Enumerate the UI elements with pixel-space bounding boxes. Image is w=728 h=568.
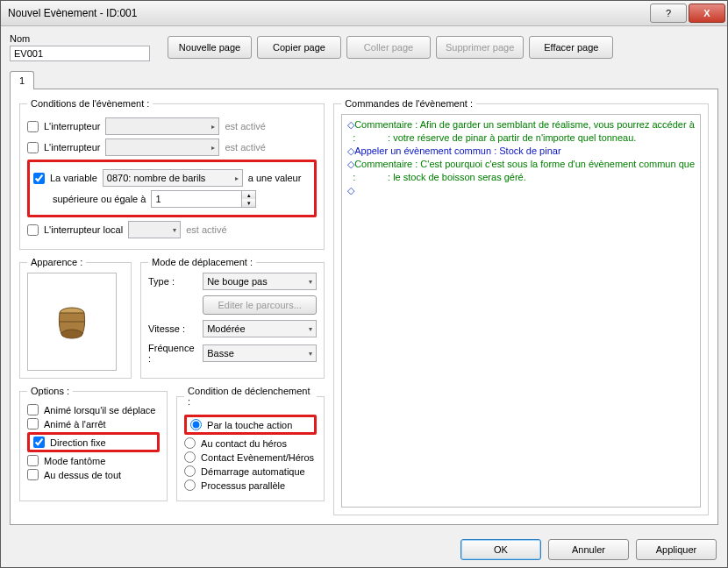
opt-dir-fix[interactable] bbox=[33, 437, 45, 448]
opt-move-anim[interactable] bbox=[27, 404, 39, 415]
chevron-down-icon: ▸ bbox=[211, 144, 215, 152]
variable-op-label: supérieure ou égale à bbox=[53, 194, 146, 204]
page-tabs: 1 bbox=[10, 70, 718, 89]
switch1-suffix: est activé bbox=[225, 121, 265, 131]
appearance-group: Apparence : bbox=[19, 257, 132, 379]
command-list[interactable]: ◇Commentaire : Afin de garder un semblan… bbox=[341, 114, 701, 508]
trigger-action[interactable] bbox=[190, 419, 202, 430]
switch1-label: L'interrupteur bbox=[44, 121, 100, 131]
svg-point-1 bbox=[61, 330, 82, 338]
appearance-legend: Apparence : bbox=[27, 257, 86, 267]
ok-button[interactable]: OK bbox=[460, 539, 541, 560]
opt-on-top[interactable] bbox=[27, 469, 39, 480]
chevron-down-icon: ▾ bbox=[309, 350, 312, 358]
spin-up-icon[interactable]: ▴ bbox=[241, 191, 255, 199]
opt-through[interactable] bbox=[27, 455, 39, 466]
switch2-label: L'interrupteur bbox=[44, 142, 100, 153]
variable-suffix: a une valeur bbox=[248, 173, 302, 183]
spin-down-icon[interactable]: ▾ bbox=[241, 199, 255, 207]
trigger-group: Condition de déclenchement : Par la touc… bbox=[176, 386, 325, 501]
variable-value-input[interactable] bbox=[152, 191, 241, 207]
variable-combo[interactable]: 0870: nombre de barils▸ bbox=[103, 169, 243, 187]
options-legend: Options : bbox=[27, 386, 73, 396]
titlebar: Nouvel Evènement - ID:001 ? X bbox=[1, 1, 727, 26]
graphic-picker[interactable] bbox=[27, 273, 117, 371]
chevron-down-icon: ▾ bbox=[309, 325, 312, 333]
variable-checkbox[interactable] bbox=[33, 173, 45, 184]
chevron-down-icon: ▾ bbox=[309, 278, 312, 286]
move-freq-label: Fréquence : bbox=[148, 343, 196, 364]
selfswitch-label: L'interrupteur local bbox=[44, 224, 123, 235]
name-input[interactable] bbox=[10, 46, 150, 61]
copy-page-button[interactable]: Copier page bbox=[257, 36, 341, 59]
opt-stop-anim[interactable] bbox=[27, 418, 39, 430]
variable-label: La variable bbox=[50, 173, 97, 183]
variable-value-spinner[interactable]: ▴▾ bbox=[151, 190, 256, 208]
move-type-combo[interactable]: Ne bouge pas▾ bbox=[203, 273, 317, 290]
chevron-down-icon: ▸ bbox=[235, 174, 239, 182]
trigger-parallel[interactable] bbox=[184, 479, 196, 491]
move-speed-label: Vitesse : bbox=[148, 323, 196, 334]
trigger-autorun[interactable] bbox=[184, 465, 196, 477]
switch1-combo[interactable]: ▸ bbox=[105, 117, 219, 135]
selfswitch-suffix: est activé bbox=[186, 224, 226, 235]
selfswitch-checkbox[interactable] bbox=[27, 224, 39, 236]
commands-legend: Commandes de l'évènement : bbox=[341, 98, 476, 109]
move-type-label: Type : bbox=[148, 276, 196, 287]
help-button[interactable]: ? bbox=[650, 4, 687, 23]
paste-page-button: Coller page bbox=[346, 36, 431, 59]
close-button[interactable]: X bbox=[689, 4, 725, 23]
event-dialog: Nouvel Evènement - ID:001 ? X Nom Nouvel… bbox=[0, 0, 728, 568]
window-title: Nouvel Evènement - ID:001 bbox=[8, 7, 648, 19]
apply-button[interactable]: Appliquer bbox=[636, 539, 717, 560]
barrel-icon bbox=[54, 304, 89, 339]
tab-page-1[interactable]: 1 bbox=[10, 71, 34, 89]
switch2-suffix: est activé bbox=[225, 142, 265, 153]
conditions-legend: Conditions de l'évènement : bbox=[27, 98, 153, 109]
trigger-event-touch[interactable] bbox=[184, 451, 196, 463]
commands-group: Commandes de l'évènement : ◇Commentaire … bbox=[333, 98, 709, 515]
new-page-button[interactable]: Nouvelle page bbox=[168, 36, 252, 59]
conditions-group: Conditions de l'évènement : L'interrupte… bbox=[19, 98, 325, 250]
move-speed-combo[interactable]: Modérée▾ bbox=[203, 320, 317, 337]
movement-legend: Mode de déplacement : bbox=[148, 257, 256, 267]
movement-group: Mode de déplacement : Type : Ne bouge pa… bbox=[140, 257, 325, 379]
delete-page-button: Supprimer page bbox=[436, 36, 524, 59]
chevron-down-icon: ▾ bbox=[173, 226, 176, 234]
move-freq-combo[interactable]: Basse▾ bbox=[203, 344, 317, 362]
clear-page-button[interactable]: Effacer page bbox=[529, 36, 613, 59]
switch1-checkbox[interactable] bbox=[27, 121, 39, 132]
selfswitch-combo[interactable]: ▾ bbox=[128, 221, 181, 238]
name-label: Nom bbox=[10, 33, 150, 44]
edit-route-button: Editer le parcours... bbox=[203, 295, 317, 315]
cancel-button[interactable]: Annuler bbox=[548, 539, 629, 560]
options-group: Options : Animé lorsqu'il se déplace Ani… bbox=[19, 386, 168, 501]
switch2-checkbox[interactable] bbox=[27, 142, 39, 153]
trigger-hero-touch[interactable] bbox=[184, 437, 196, 449]
dialog-footer: OK Annuler Appliquer bbox=[1, 532, 727, 567]
trigger-legend: Condition de déclenchement : bbox=[184, 386, 317, 407]
variable-condition-highlight: La variable 0870: nombre de barils▸ a un… bbox=[27, 160, 317, 217]
switch2-combo[interactable]: ▸ bbox=[105, 138, 219, 156]
chevron-down-icon: ▸ bbox=[211, 123, 215, 131]
